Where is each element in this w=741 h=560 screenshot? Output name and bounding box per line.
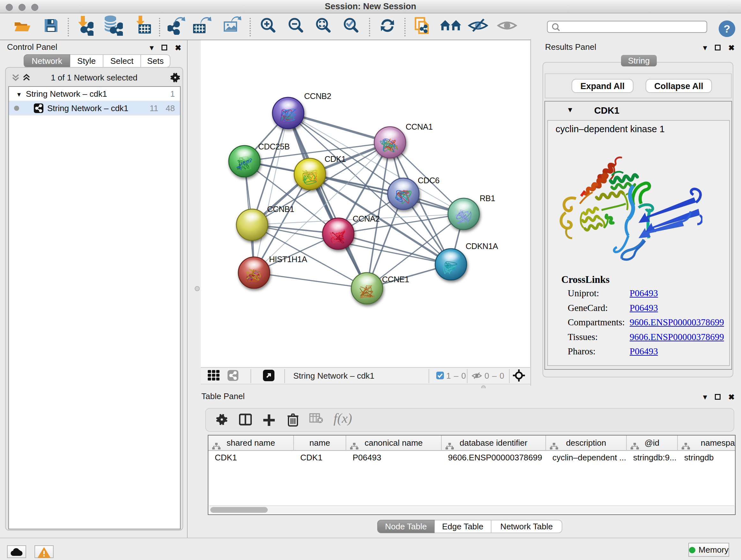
svg-text:CDKN1A: CDKN1A <box>466 242 498 251</box>
svg-text:CCNB1: CCNB1 <box>267 205 294 213</box>
svg-text:CDK1: CDK1 <box>325 154 346 164</box>
svg-text:RB1: RB1 <box>480 194 495 203</box>
svg-text:CCNB2: CCNB2 <box>304 91 331 101</box>
svg-text:CDC25B: CDC25B <box>258 142 290 151</box>
svg-text:CCNE1: CCNE1 <box>382 275 409 284</box>
svg-text:CCNA1: CCNA1 <box>406 122 433 131</box>
svg-text:HIST1H1A: HIST1H1A <box>269 255 307 264</box>
svg-text:CCNA2: CCNA2 <box>353 214 380 223</box>
svg-text:CDC6: CDC6 <box>418 176 440 185</box>
